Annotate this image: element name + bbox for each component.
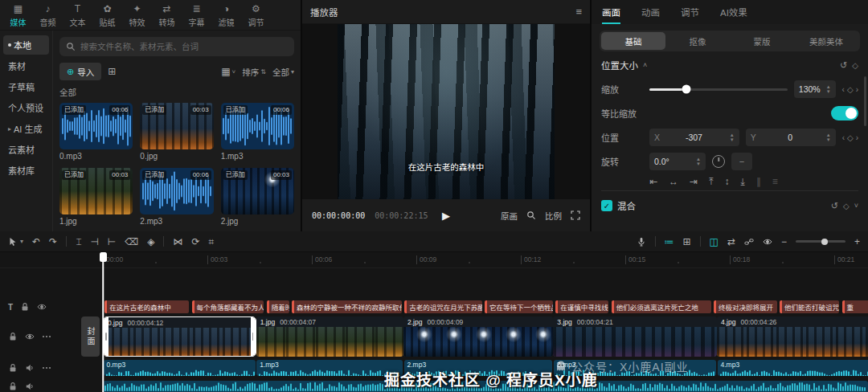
subtitle-clip[interactable]: 他们能否打破诅咒	[780, 300, 839, 313]
scrollbar[interactable]	[864, 76, 866, 126]
import-button[interactable]: ⊕导入	[59, 63, 101, 80]
video-preview[interactable]: 在这片古老的森林中	[338, 24, 555, 199]
ribbon-tab-filters[interactable]: ◑滤镜	[211, 2, 241, 30]
trim-left-button[interactable]: ⊣	[90, 236, 98, 247]
audio-clip-4.mp3[interactable]: 4.mp3	[718, 360, 868, 376]
lock-track-icon[interactable]	[8, 363, 18, 373]
sidebar-item-library[interactable]: 素材库	[3, 161, 49, 180]
ribbon-tab-text[interactable]: T文本	[63, 2, 92, 30]
align-bottom-icon[interactable]: ⤓	[740, 176, 744, 187]
props-tab-adjust[interactable]: 调节	[670, 0, 710, 24]
record-audio-button[interactable]	[637, 237, 646, 247]
delete-button[interactable]: ⌫	[125, 236, 138, 247]
media-item-0.jpg[interactable]: 已添加00:030.jpg	[140, 103, 213, 161]
lock-track-icon[interactable]	[20, 302, 30, 312]
align-top-icon[interactable]: ⤒	[709, 176, 713, 187]
select-tool-dropdown-button[interactable]: ▾	[20, 238, 23, 245]
subtitle-clip[interactable]: 随着时间	[267, 300, 289, 313]
ribbon-tab-adjust[interactable]: ⚙调节	[241, 2, 271, 30]
search-box[interactable]	[59, 37, 294, 56]
mute-track-icon[interactable]	[25, 363, 35, 373]
rotate-value-box[interactable]: 0.0° ▲▼	[649, 153, 706, 170]
props-subtab-basic[interactable]: 基础	[601, 32, 665, 50]
subtitle-clip[interactable]: 在谨慎中寻找线索	[555, 300, 608, 313]
uniform-scale-toggle[interactable]	[831, 106, 858, 120]
scale-value-box[interactable]: 130% ▲▼	[794, 80, 836, 98]
sidebar-item-local[interactable]: 本地	[3, 35, 49, 55]
props-subtab-mask[interactable]: 蒙版	[730, 32, 794, 50]
subtitle-clip[interactable]: 他们必须逃离这片死亡之地	[612, 300, 711, 313]
stepper-icons[interactable]: ▲▼	[730, 133, 735, 142]
lock-track-icon[interactable]	[8, 382, 18, 391]
crop-button[interactable]: ⌗	[209, 236, 215, 247]
stepper-icons[interactable]: ▲▼	[696, 157, 701, 166]
select-tool-button[interactable]	[8, 237, 18, 247]
distribute-horizontal-icon[interactable]: ∥	[756, 176, 761, 187]
sidebar-item-ai-generate[interactable]: ▸AI 生成	[3, 119, 49, 138]
media-item-2.mp3[interactable]: 已添加00:062.mp3	[140, 168, 213, 226]
timeline-ruler[interactable]: 00:0000:0300:0600:0900:1200:1500:1800:21	[0, 252, 868, 268]
keyframe-diamond-icon[interactable]: ◇	[852, 61, 858, 70]
audio-clip-0.mp3[interactable]: 0.mp3	[104, 360, 256, 376]
props-subtab-beauty[interactable]: 美颜美体	[794, 32, 858, 50]
auto-snap-button[interactable]: ⇄	[727, 236, 735, 247]
video-clip-1.jpg[interactable]: 1.jpg00:00:04:07	[256, 316, 403, 357]
more-icon[interactable]	[42, 363, 51, 373]
media-item-1.mp3[interactable]: 已添加00:061.mp3	[221, 103, 294, 161]
rotate-dial[interactable]	[712, 155, 725, 168]
hide-track-icon[interactable]	[25, 332, 35, 341]
expand-icon[interactable]: ˅	[854, 202, 858, 210]
stepper-icons[interactable]: ▲▼	[826, 84, 831, 94]
timeline-zoom-out-button[interactable]: −	[781, 236, 787, 247]
next-keyframe-icon[interactable]: ›	[856, 133, 858, 142]
timeline-zoom-slider[interactable]	[796, 240, 845, 243]
ribbon-tab-transitions[interactable]: ⇄转场	[152, 2, 182, 30]
redo-button[interactable]: ↷	[49, 236, 57, 247]
add-keyframe-icon[interactable]: ◇	[847, 85, 854, 94]
video-clip-2.jpg[interactable]: 2.jpg00:00:04:09	[403, 316, 553, 357]
more-icon[interactable]	[42, 332, 51, 341]
sidebar-item-cloud[interactable]: 云素材	[3, 140, 49, 159]
hide-track-icon[interactable]	[37, 302, 47, 312]
player-menu-icon[interactable]: ≡	[575, 6, 582, 18]
timeline-zoom-in-button[interactable]: +	[854, 236, 860, 247]
keyframe-diamond-icon[interactable]: ◇	[843, 202, 850, 210]
split-button[interactable]: ⌶	[76, 236, 81, 247]
next-keyframe-icon[interactable]: ›	[856, 85, 858, 94]
undo-button[interactable]: ↶	[32, 236, 40, 247]
align-middle-vertical-icon[interactable]: ↕	[724, 176, 729, 187]
props-tab-picture[interactable]: 画面	[592, 0, 631, 24]
position-y-field[interactable]: Y 0 ▲▼	[746, 129, 836, 146]
props-tab-animation[interactable]: 动画	[631, 0, 670, 24]
sidebar-item-sub-draft[interactable]: 子草稿	[3, 77, 49, 96]
subtitle-clip[interactable]: 重	[842, 300, 868, 313]
prev-keyframe-icon[interactable]: ‹	[842, 85, 845, 94]
prev-keyframe-icon[interactable]: ‹	[842, 133, 845, 142]
auto-captions-button[interactable]: ≔	[665, 236, 674, 247]
align-left-icon[interactable]: ⇤	[649, 176, 657, 187]
cover-button[interactable]: 封面	[81, 316, 100, 357]
ribbon-tab-effects[interactable]: ✦特效	[122, 2, 152, 30]
sidebar-item-materials[interactable]: 素材	[3, 56, 49, 76]
filter-dropdown[interactable]: 全部▾	[272, 66, 294, 78]
mute-track-icon[interactable]	[25, 382, 35, 391]
scale-slider[interactable]	[649, 88, 788, 91]
view-mode-dropdown[interactable]: ▦˅	[221, 66, 235, 77]
subtitle-clip[interactable]: 在这片古老的森林中	[104, 300, 189, 313]
position-x-field[interactable]: X -307 ▲▼	[649, 129, 739, 146]
smart-tools-button[interactable]: ⊞	[683, 236, 691, 247]
stepper-icons[interactable]: ▲▼	[826, 133, 831, 142]
mirror-button[interactable]: ⋈	[173, 236, 182, 247]
subtitle-clip[interactable]: 它在等待下一个牺牲品	[485, 300, 553, 313]
mask-button[interactable]: ◈	[147, 236, 154, 247]
ribbon-tab-media[interactable]: ▦媒体	[3, 2, 33, 30]
reset-icon[interactable]: ↺	[840, 60, 847, 71]
fullscreen-icon[interactable]	[571, 210, 580, 220]
tracks-area[interactable]: 在这片古老的森林中每个角落都藏着不为人知的秘密随着时间森林的宁静被一种不祥的寂静…	[0, 268, 868, 392]
video-clip-3.jpg[interactable]: 3.jpg00:00:04:21	[553, 316, 717, 357]
lock-track-icon[interactable]	[8, 332, 18, 341]
preview-zoom-icon[interactable]	[526, 210, 536, 220]
subtitle-clip[interactable]: 森林的宁静被一种不祥的寂静所取代	[292, 300, 402, 313]
media-item-2.jpg[interactable]: 已添加00:032.jpg	[221, 168, 294, 226]
props-tab-ai-effects[interactable]: AI效果	[710, 0, 758, 24]
